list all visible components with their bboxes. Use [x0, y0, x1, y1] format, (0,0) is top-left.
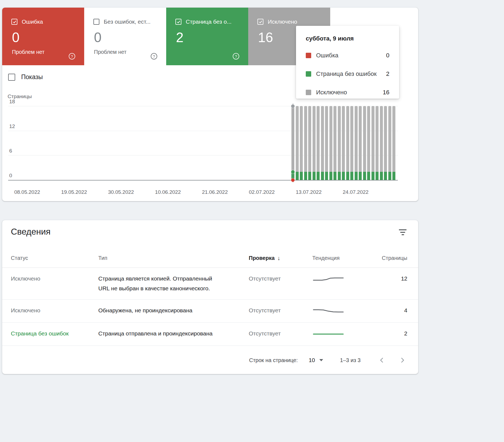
- table-row[interactable]: Исключено Страница является копией. Отпр…: [2, 268, 418, 300]
- row-type[interactable]: Страница отправлена и проиндексирована: [98, 329, 215, 338]
- chart-bar[interactable]: [355, 106, 358, 180]
- legend-value: 16: [383, 89, 389, 96]
- help-icon[interactable]: ?: [233, 53, 239, 60]
- chart-bar[interactable]: [380, 106, 383, 180]
- search-console-coverage-page: { "icons": { "help": "?", "sort_desc": "…: [0, 0, 504, 442]
- y-axis-tick: 18: [9, 99, 15, 105]
- x-axis-tick: 08.05.2022: [14, 189, 40, 195]
- details-panel: Сведения Статус Тип Проверка ↓ Тенденция…: [2, 220, 418, 374]
- status-card-value: 0: [94, 30, 102, 45]
- impressions-label: Показы: [21, 73, 43, 81]
- hover-marker: [291, 170, 295, 174]
- row-validation: Отсутствует: [249, 329, 312, 338]
- status-card[interactable]: Страница без о... 2 ?: [166, 8, 248, 65]
- chart-bar[interactable]: [333, 106, 336, 180]
- pagination-range: 1–3 из 3: [340, 357, 361, 363]
- legend-value: 0: [386, 52, 389, 59]
- column-status: Статус: [11, 255, 98, 261]
- tooltip-legend: Ошибка 0 Страница без ошибок 2 Исключено…: [306, 52, 389, 96]
- chart-bar[interactable]: [359, 106, 362, 180]
- chevron-left-icon[interactable]: [378, 356, 386, 364]
- status-card-header: Страница без о...: [175, 18, 232, 25]
- status-card[interactable]: Ошибка 0 Проблем нет ?: [2, 8, 84, 65]
- help-icon[interactable]: ?: [151, 53, 157, 60]
- row-trend-sparkline: [312, 274, 377, 285]
- help-icon[interactable]: ?: [69, 53, 75, 60]
- column-pages: Страницы: [377, 255, 407, 261]
- checkmark-icon: [259, 20, 263, 24]
- legend-color-swatch: [306, 71, 311, 77]
- gridline: [8, 180, 398, 180]
- chart-bar[interactable]: [296, 106, 299, 180]
- status-card[interactable]: Без ошибок, ест... 0 Проблем нет ?: [84, 8, 166, 65]
- status-card-checkbox[interactable]: [175, 19, 181, 25]
- tooltip-legend-row: Ошибка 0: [306, 52, 389, 59]
- x-axis-tick: 10.06.2022: [155, 189, 181, 195]
- chart-bar[interactable]: [350, 106, 353, 180]
- legend-label: Ошибка: [316, 52, 338, 59]
- chart-bar[interactable]: [342, 106, 345, 180]
- legend-label: Исключено: [316, 89, 347, 96]
- row-status: Страница без ошибок: [11, 329, 98, 338]
- column-validation[interactable]: Проверка ↓: [249, 255, 312, 262]
- status-card-checkbox[interactable]: [257, 19, 263, 25]
- chart-bar[interactable]: [325, 106, 328, 180]
- impressions-toggle[interactable]: Показы: [8, 73, 43, 81]
- chart-bar[interactable]: [388, 106, 391, 180]
- chart-bar[interactable]: [363, 106, 366, 180]
- chevron-right-icon[interactable]: [399, 356, 406, 364]
- rows-per-page-value: 10: [309, 357, 315, 363]
- y-axis-tick: 6: [9, 148, 12, 154]
- chart-bar[interactable]: [308, 106, 311, 180]
- status-card-value: 16: [258, 30, 273, 45]
- status-card-header: Без ошибок, ест...: [93, 18, 150, 25]
- status-card-checkbox[interactable]: [93, 19, 99, 25]
- y-axis-tick: 0: [9, 173, 12, 179]
- rows-per-page-select[interactable]: 10: [309, 357, 323, 363]
- status-cards-row: Ошибка 0 Проблем нет ? Без ошибок, ест..…: [2, 8, 330, 65]
- column-trend: Тенденция: [312, 255, 377, 261]
- status-card-header: Ошибка: [11, 18, 43, 25]
- row-validation: Отсутствует: [249, 274, 312, 284]
- chart-bar[interactable]: [392, 106, 395, 180]
- details-title: Сведения: [11, 227, 51, 237]
- status-card-header: Исключено: [257, 18, 297, 25]
- chart-bar[interactable]: [346, 106, 349, 180]
- status-card-label: Исключено: [268, 18, 297, 25]
- status-card-checkbox[interactable]: [11, 19, 17, 25]
- chart-bar[interactable]: [384, 106, 387, 180]
- chart-bar[interactable]: [367, 106, 370, 180]
- row-trend-sparkline: [312, 329, 377, 340]
- row-type[interactable]: Страница является копией. Отправленный U…: [98, 274, 215, 293]
- tooltip-date: суббота, 9 июля: [306, 35, 389, 42]
- status-card-label: Ошибка: [22, 18, 43, 25]
- status-card-value: 2: [176, 30, 184, 45]
- row-trend-sparkline: [312, 306, 377, 316]
- row-pages-count: 12: [377, 274, 407, 284]
- row-pages-count: 2: [377, 329, 407, 338]
- row-validation: Отсутствует: [249, 306, 312, 315]
- chart-bar[interactable]: [300, 106, 303, 180]
- impressions-checkbox[interactable]: [8, 74, 15, 81]
- legend-color-swatch: [306, 53, 311, 58]
- x-axis-tick: 19.05.2022: [61, 189, 87, 195]
- row-type[interactable]: Обнаружена, не проиндексирована: [98, 306, 215, 315]
- table-row[interactable]: Исключено Обнаружена, не проиндексирован…: [2, 300, 418, 323]
- filter-button[interactable]: [398, 228, 407, 236]
- chart-bar[interactable]: [376, 106, 379, 180]
- chart-bar[interactable]: [317, 106, 320, 180]
- chart-bar[interactable]: [321, 106, 324, 180]
- chart-bar[interactable]: [304, 106, 307, 180]
- row-status: Исключено: [11, 306, 98, 315]
- row-status: Исключено: [11, 274, 98, 284]
- checkmark-icon: [177, 20, 181, 24]
- chart-bar[interactable]: [338, 106, 341, 180]
- table-row[interactable]: Страница без ошибок Страница отправлена …: [2, 323, 418, 346]
- legend-color-swatch: [306, 90, 311, 95]
- table-header-row: Статус Тип Проверка ↓ Тенденция Страницы: [2, 249, 418, 268]
- chart-bar[interactable]: [313, 106, 316, 180]
- chart-bar[interactable]: [371, 106, 374, 180]
- x-axis-tick: 24.07.2022: [343, 189, 368, 195]
- status-card-subtext: Проблем нет: [94, 49, 127, 55]
- chart-bar[interactable]: [329, 106, 332, 180]
